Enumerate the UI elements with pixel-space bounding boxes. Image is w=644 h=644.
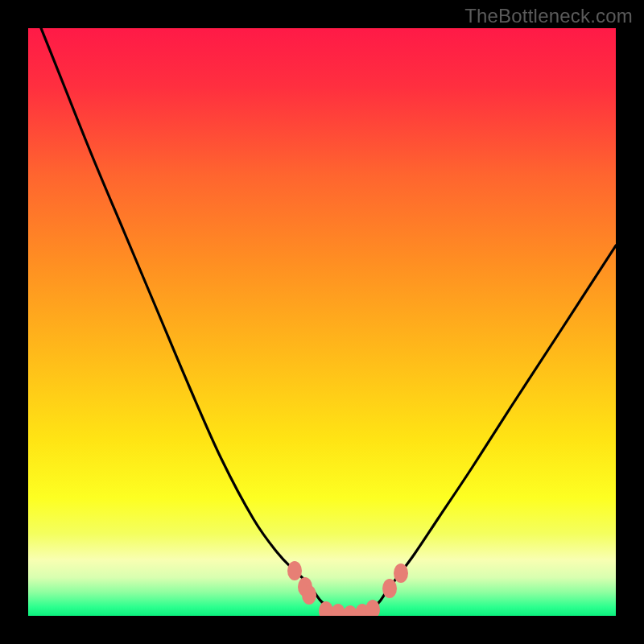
bottleneck-curve (28, 28, 616, 616)
watermark-text: TheBottleneck.com (464, 5, 633, 27)
highlight-dot (287, 561, 302, 580)
highlight-dot (302, 585, 316, 605)
highlight-dot (382, 579, 397, 598)
outer-frame: TheBottleneck.com (0, 0, 644, 644)
highlight-dot (394, 564, 408, 583)
plot-area (28, 28, 616, 616)
